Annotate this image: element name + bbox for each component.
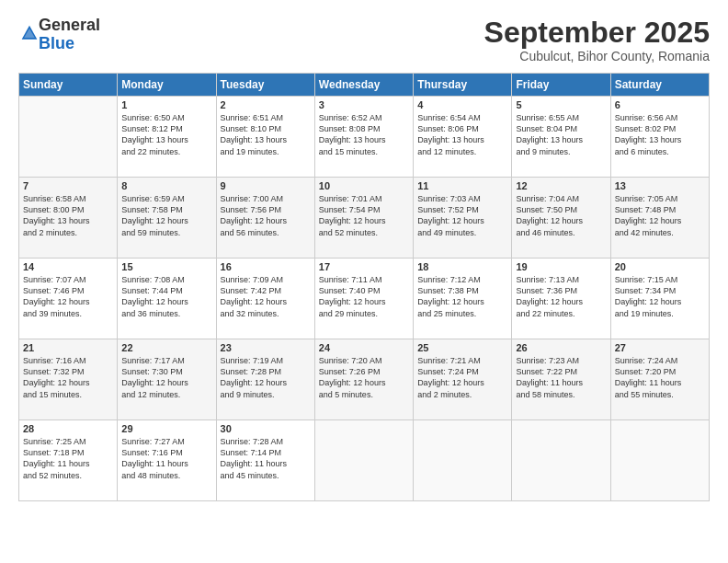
day-cell: 22Sunrise: 7:17 AMSunset: 7:30 PMDayligh… [118,339,216,420]
day-cell: 8Sunrise: 6:59 AMSunset: 7:58 PMDaylight… [118,178,216,259]
week-row-2: 7Sunrise: 6:58 AMSunset: 8:00 PMDaylight… [19,178,710,259]
day-info: Sunrise: 7:09 AMSunset: 7:42 PMDaylight:… [221,274,311,319]
day-info: Sunrise: 7:01 AMSunset: 7:54 PMDaylight:… [319,193,409,238]
day-cell: 1Sunrise: 6:50 AMSunset: 8:12 PMDaylight… [118,97,216,178]
day-cell: 26Sunrise: 7:23 AMSunset: 7:22 PMDayligh… [512,339,610,420]
day-info: Sunrise: 7:16 AMSunset: 7:32 PMDaylight:… [23,355,113,400]
day-info: Sunrise: 6:55 AMSunset: 8:04 PMDaylight:… [516,112,606,157]
logo-general: General [39,16,100,34]
header-monday: Monday [118,74,216,97]
month-title: September 2025 [484,17,710,49]
weekday-header-row: Sunday Monday Tuesday Wednesday Thursday… [19,74,710,97]
day-info: Sunrise: 7:24 AMSunset: 7:20 PMDaylight:… [615,355,705,400]
day-info: Sunrise: 7:07 AMSunset: 7:46 PMDaylight:… [23,274,113,319]
day-info: Sunrise: 7:21 AMSunset: 7:24 PMDaylight:… [417,355,507,400]
day-cell [610,420,709,501]
day-number: 5 [516,99,606,110]
day-number: 27 [615,342,705,353]
week-row-3: 14Sunrise: 7:07 AMSunset: 7:46 PMDayligh… [19,259,710,339]
day-cell [19,97,118,178]
page: General Blue September 2025 Cubulcut, Bi… [0,0,728,563]
day-number: 3 [319,99,409,110]
day-info: Sunrise: 7:05 AMSunset: 7:48 PMDaylight:… [615,193,705,238]
day-cell: 13Sunrise: 7:05 AMSunset: 7:48 PMDayligh… [610,178,709,259]
day-cell: 28Sunrise: 7:25 AMSunset: 7:18 PMDayligh… [19,420,118,501]
week-row-1: 1Sunrise: 6:50 AMSunset: 8:12 PMDaylight… [19,97,710,178]
day-cell: 19Sunrise: 7:13 AMSunset: 7:36 PMDayligh… [512,259,610,339]
day-number: 25 [417,342,507,353]
day-number: 12 [516,180,606,191]
day-info: Sunrise: 7:27 AMSunset: 7:16 PMDaylight:… [121,436,211,481]
day-info: Sunrise: 6:52 AMSunset: 8:08 PMDaylight:… [319,112,409,157]
day-number: 17 [319,261,409,272]
day-number: 1 [121,99,211,110]
day-cell: 9Sunrise: 7:00 AMSunset: 7:56 PMDaylight… [216,178,314,259]
day-cell: 30Sunrise: 7:28 AMSunset: 7:14 PMDayligh… [216,420,314,501]
header-thursday: Thursday [414,74,512,97]
day-number: 7 [23,180,113,191]
day-cell: 5Sunrise: 6:55 AMSunset: 8:04 PMDaylight… [512,97,610,178]
day-info: Sunrise: 6:54 AMSunset: 8:06 PMDaylight:… [417,112,507,157]
header-saturday: Saturday [610,74,709,97]
day-cell: 16Sunrise: 7:09 AMSunset: 7:42 PMDayligh… [216,259,314,339]
day-number: 2 [221,99,311,110]
day-cell [512,420,610,501]
header: General Blue September 2025 Cubulcut, Bi… [18,17,710,63]
day-info: Sunrise: 7:28 AMSunset: 7:14 PMDaylight:… [221,436,311,481]
day-info: Sunrise: 7:19 AMSunset: 7:28 PMDaylight:… [221,355,311,400]
day-cell: 24Sunrise: 7:20 AMSunset: 7:26 PMDayligh… [314,339,413,420]
day-cell: 21Sunrise: 7:16 AMSunset: 7:32 PMDayligh… [19,339,118,420]
day-info: Sunrise: 7:25 AMSunset: 7:18 PMDaylight:… [23,436,113,481]
day-cell: 7Sunrise: 6:58 AMSunset: 8:00 PMDaylight… [19,178,118,259]
day-number: 24 [319,342,409,353]
day-number: 15 [121,261,211,272]
day-cell: 25Sunrise: 7:21 AMSunset: 7:24 PMDayligh… [414,339,512,420]
day-info: Sunrise: 6:56 AMSunset: 8:02 PMDaylight:… [615,112,705,157]
week-row-5: 28Sunrise: 7:25 AMSunset: 7:18 PMDayligh… [19,420,710,501]
day-cell: 17Sunrise: 7:11 AMSunset: 7:40 PMDayligh… [314,259,413,339]
day-cell: 23Sunrise: 7:19 AMSunset: 7:28 PMDayligh… [216,339,314,420]
header-friday: Friday [512,74,610,97]
day-info: Sunrise: 7:20 AMSunset: 7:26 PMDaylight:… [319,355,409,400]
day-cell: 20Sunrise: 7:15 AMSunset: 7:34 PMDayligh… [610,259,709,339]
day-cell: 15Sunrise: 7:08 AMSunset: 7:44 PMDayligh… [118,259,216,339]
day-number: 10 [319,180,409,191]
day-cell: 18Sunrise: 7:12 AMSunset: 7:38 PMDayligh… [414,259,512,339]
day-info: Sunrise: 7:15 AMSunset: 7:34 PMDaylight:… [615,274,705,319]
header-tuesday: Tuesday [216,74,314,97]
day-number: 28 [23,423,113,434]
logo-icon [20,24,39,42]
day-number: 18 [417,261,507,272]
day-cell: 11Sunrise: 7:03 AMSunset: 7:52 PMDayligh… [414,178,512,259]
day-cell: 6Sunrise: 6:56 AMSunset: 8:02 PMDaylight… [610,97,709,178]
location: Cubulcut, Bihor County, Romania [484,49,710,63]
logo-blue: Blue [39,34,74,52]
day-info: Sunrise: 7:04 AMSunset: 7:50 PMDaylight:… [516,193,606,238]
day-number: 16 [221,261,311,272]
day-info: Sunrise: 7:03 AMSunset: 7:52 PMDaylight:… [417,193,507,238]
day-info: Sunrise: 6:58 AMSunset: 8:00 PMDaylight:… [23,193,113,238]
day-cell: 2Sunrise: 6:51 AMSunset: 8:10 PMDaylight… [216,97,314,178]
day-info: Sunrise: 7:12 AMSunset: 7:38 PMDaylight:… [417,274,507,319]
day-number: 26 [516,342,606,353]
day-number: 22 [121,342,211,353]
day-info: Sunrise: 7:17 AMSunset: 7:30 PMDaylight:… [121,355,211,400]
day-number: 14 [23,261,113,272]
day-info: Sunrise: 7:13 AMSunset: 7:36 PMDaylight:… [516,274,606,319]
header-sunday: Sunday [19,74,118,97]
day-number: 23 [221,342,311,353]
day-cell: 29Sunrise: 7:27 AMSunset: 7:16 PMDayligh… [118,420,216,501]
day-info: Sunrise: 7:00 AMSunset: 7:56 PMDaylight:… [221,193,311,238]
day-number: 8 [121,180,211,191]
day-cell [314,420,413,501]
day-number: 21 [23,342,113,353]
day-cell: 14Sunrise: 7:07 AMSunset: 7:46 PMDayligh… [19,259,118,339]
day-cell: 10Sunrise: 7:01 AMSunset: 7:54 PMDayligh… [314,178,413,259]
day-number: 19 [516,261,606,272]
day-cell: 3Sunrise: 6:52 AMSunset: 8:08 PMDaylight… [314,97,413,178]
day-cell: 12Sunrise: 7:04 AMSunset: 7:50 PMDayligh… [512,178,610,259]
header-wednesday: Wednesday [314,74,413,97]
week-row-4: 21Sunrise: 7:16 AMSunset: 7:32 PMDayligh… [19,339,710,420]
day-cell: 27Sunrise: 7:24 AMSunset: 7:20 PMDayligh… [610,339,709,420]
day-info: Sunrise: 7:08 AMSunset: 7:44 PMDaylight:… [121,274,211,319]
